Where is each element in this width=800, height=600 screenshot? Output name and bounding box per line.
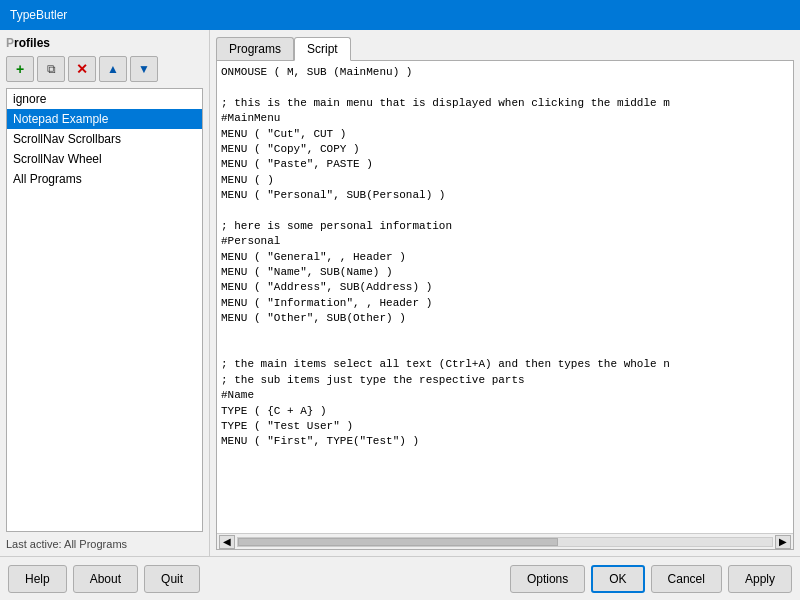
list-item[interactable]: ScrollNav Wheel: [7, 149, 202, 169]
scroll-right-button[interactable]: ▶: [775, 535, 791, 549]
bottom-bar: Help About Quit Options OK Cancel Apply: [0, 556, 800, 600]
profiles-list[interactable]: ignoreNotepad ExampleScrollNav Scrollbar…: [6, 88, 203, 532]
main-content: Profiles + ⧉ ✕ ▲ ▼: [0, 30, 800, 600]
add-profile-button[interactable]: +: [6, 56, 34, 82]
scroll-left-button[interactable]: ◀: [219, 535, 235, 549]
title-bar: TypeButler: [0, 0, 800, 30]
tab-script[interactable]: Script: [294, 37, 351, 61]
up-arrow-icon: ▲: [107, 62, 119, 76]
options-button[interactable]: Options: [510, 565, 585, 593]
ok-button[interactable]: OK: [591, 565, 644, 593]
list-item[interactable]: ignore: [7, 89, 202, 109]
tab-content-area: ◀ ▶: [216, 60, 794, 550]
list-item[interactable]: ScrollNav Scrollbars: [7, 129, 202, 149]
editor-wrapper: [217, 61, 793, 533]
scroll-thumb[interactable]: [238, 538, 558, 546]
left-panel: Profiles + ⧉ ✕ ▲ ▼: [0, 30, 210, 556]
scroll-track[interactable]: [237, 537, 773, 547]
copy-icon: ⧉: [47, 62, 56, 76]
tab-programs[interactable]: Programs: [216, 37, 294, 61]
move-up-button[interactable]: ▲: [99, 56, 127, 82]
copy-profile-button[interactable]: ⧉: [37, 56, 65, 82]
add-icon: +: [16, 61, 24, 77]
last-active-label: Last active: All Programs: [6, 538, 203, 550]
cancel-button[interactable]: Cancel: [651, 565, 722, 593]
delete-profile-button[interactable]: ✕: [68, 56, 96, 82]
app-title: TypeButler: [10, 8, 67, 22]
help-button[interactable]: Help: [8, 565, 67, 593]
move-down-button[interactable]: ▼: [130, 56, 158, 82]
script-editor[interactable]: [217, 61, 793, 533]
tab-bar: ProgramsScript: [216, 36, 794, 60]
profiles-title: Profiles: [6, 36, 203, 50]
down-arrow-icon: ▼: [138, 62, 150, 76]
body-area: Profiles + ⧉ ✕ ▲ ▼: [0, 30, 800, 556]
profiles-toolbar: + ⧉ ✕ ▲ ▼: [6, 56, 203, 82]
apply-button[interactable]: Apply: [728, 565, 792, 593]
right-panel: ProgramsScript ◀ ▶: [210, 30, 800, 556]
horizontal-scrollbar[interactable]: ◀ ▶: [217, 533, 793, 549]
list-item[interactable]: All Programs: [7, 169, 202, 189]
quit-button[interactable]: Quit: [144, 565, 200, 593]
about-button[interactable]: About: [73, 565, 138, 593]
delete-icon: ✕: [76, 61, 88, 77]
list-item[interactable]: Notepad Example: [7, 109, 202, 129]
